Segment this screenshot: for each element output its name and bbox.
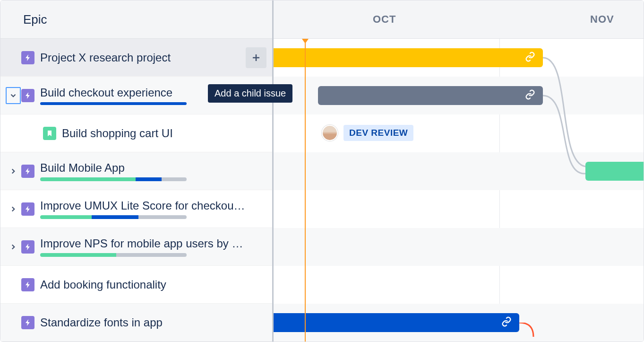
epic-title[interactable]: Improve NPS for mobile app users by … [40,237,266,250]
timeline-bar[interactable] [318,86,543,105]
timeline-bar[interactable] [274,313,519,332]
chevron-down-icon[interactable] [6,87,21,104]
add-child-button[interactable] [246,47,266,68]
epic-icon [21,316,34,329]
timeline-row-build-checkout[interactable] [274,77,644,114]
epic-title[interactable]: Add booking functionality [40,278,266,291]
progress-bar [40,102,187,105]
timeline-row-umux[interactable] [274,190,644,228]
link-icon[interactable] [525,89,535,102]
timeline-row-project-x[interactable] [274,39,644,77]
add-child-tooltip: Add a child issue [208,84,292,103]
epic-row-mobile-app[interactable]: Build Mobile App [0,152,272,190]
epic-row-nps[interactable]: Improve NPS for mobile app users by … [0,228,272,266]
epic-icon [21,278,34,291]
epic-icon [21,240,34,254]
today-marker-line [305,39,306,342]
month-label-nov: NOV [590,13,614,26]
timeline-row-booking[interactable] [274,266,644,304]
timeline-bar[interactable] [585,162,644,181]
epic-row-booking[interactable]: Add booking functionality [0,266,272,304]
epic-row-fonts[interactable]: Standardize fonts in app [0,304,272,342]
progress-bar [40,177,187,181]
epic-title[interactable]: Project X research project [40,51,246,64]
column-title: Epic [23,12,47,27]
timeline-header: OCTNOV [274,0,644,39]
epic-list-panel: Epic Project X research projectBuild che… [0,0,274,342]
epic-icon [21,165,34,178]
timeline-bar[interactable] [274,48,543,67]
month-label-oct: OCT [373,13,396,26]
timeline-row-nps[interactable] [274,228,644,266]
progress-bar [40,215,187,219]
timeline-row-fonts[interactable] [274,304,644,342]
epic-icon [21,89,34,102]
dependency-line [515,323,543,342]
chevron-right-icon[interactable] [8,241,19,253]
epic-row-shopping-cart[interactable]: Build shopping cart UI [0,114,272,152]
timeline-row-mobile-app[interactable] [274,152,644,190]
epic-title[interactable]: Improve UMUX Lite Score for checkou… [40,199,266,212]
epic-column-header: Epic [0,0,272,39]
chevron-right-icon[interactable] [8,203,19,215]
epic-row-project-x[interactable]: Project X research project [0,39,272,77]
today-marker-handle[interactable] [302,39,309,44]
progress-bar [40,253,187,257]
epic-row-umux[interactable]: Improve UMUX Lite Score for checkou… [0,190,272,228]
epic-icon [21,51,34,64]
chevron-right-icon[interactable] [8,166,19,177]
epic-title[interactable]: Build shopping cart UI [62,127,266,140]
timeline-panel[interactable]: OCTNOV DEV REVIEW [274,0,644,342]
timeline-row-shopping-cart[interactable]: DEV REVIEW [274,114,644,152]
epic-title[interactable]: Build Mobile App [40,161,266,175]
assignee-avatar[interactable] [322,125,338,141]
story-icon [43,127,56,140]
epic-title[interactable]: Standardize fonts in app [40,316,266,329]
link-icon[interactable] [525,52,535,64]
link-icon[interactable] [501,316,512,329]
epic-icon [21,202,34,216]
status-badge[interactable]: DEV REVIEW [343,125,413,141]
